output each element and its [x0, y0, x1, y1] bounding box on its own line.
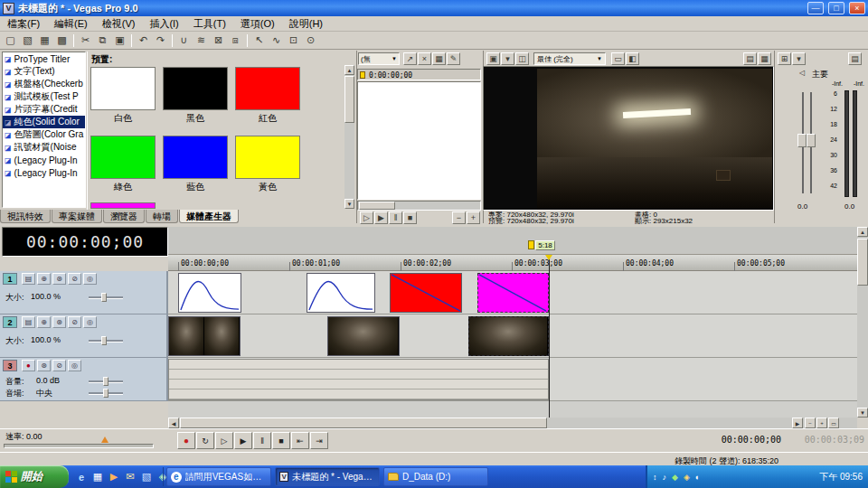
update-icon[interactable]: ◈ — [684, 473, 690, 482]
track-mute-icon[interactable]: ⊘ — [68, 316, 81, 328]
timeline-timecode-display[interactable]: 00:00:00;00 — [2, 227, 168, 257]
timeline-vscrollbar[interactable]: ▲ ▼ — [857, 227, 868, 418]
lock-envelopes-icon[interactable]: ⊠ — [210, 33, 227, 48]
preview-properties-icon[interactable]: ▣ — [486, 52, 500, 65]
trimmer-save-icon[interactable]: ▦ — [432, 52, 446, 65]
folder-shortcut-icon[interactable]: ▧ — [139, 469, 154, 484]
scroll-thumb[interactable] — [857, 239, 868, 286]
track-2-header[interactable]: 2 ▤ ⊕ ⊛ ⊘ ◎ 大小: 100.0 % — [0, 314, 168, 358]
track-1-header[interactable]: 1 ▤ ⊕ ⊛ ⊘ ◎ 大小: 100.0 % — [0, 271, 168, 314]
event-magenta-selected[interactable] — [477, 273, 549, 313]
preset-swatch-blue[interactable] — [163, 136, 228, 179]
task-button-vegas[interactable]: V 未標題的 * - Vegas P... — [275, 467, 380, 486]
trimmer-source-dropdown[interactable]: (無▼ — [358, 52, 400, 65]
snap-icon[interactable]: ∪ — [175, 33, 193, 48]
preset-swatch-green[interactable] — [90, 136, 156, 179]
preset-swatch-magenta[interactable] — [90, 202, 156, 209]
mixer-dropdown-icon[interactable]: ▾ — [792, 52, 806, 65]
track-solo-icon[interactable]: ◎ — [83, 273, 97, 285]
open-icon[interactable]: ▧ — [19, 33, 36, 48]
volume-icon[interactable]: ♪ — [663, 473, 667, 482]
scroll-thumb[interactable] — [180, 418, 547, 428]
record-button[interactable]: ● — [177, 432, 195, 449]
menu-edit[interactable]: 編輯(E) — [47, 17, 95, 31]
video-event-1[interactable] — [168, 316, 241, 356]
list-item-selected[interactable]: ◪純色(Solid Color — [3, 116, 85, 128]
track-automation-icon[interactable]: ⊛ — [52, 273, 66, 285]
clock[interactable]: 下午 09:56 — [819, 471, 863, 483]
ie-icon[interactable]: e — [74, 469, 89, 484]
track-mute-icon[interactable]: ⊘ — [52, 360, 66, 371]
marker-label[interactable]: 5:18 — [535, 240, 555, 250]
scroll-thumb[interactable] — [344, 76, 354, 123]
track-compositing-icon[interactable]: ⊕ — [37, 316, 51, 328]
track-compositing-icon[interactable]: ⊕ — [37, 273, 51, 285]
title-bar[interactable]: V 未標題的 * - Vegas Pro 9.0 — □ × — [0, 0, 868, 16]
scroll-right-icon[interactable]: ▶ — [792, 418, 803, 428]
restore-button[interactable]: □ — [828, 2, 844, 14]
timeline-empty-area[interactable] — [168, 401, 857, 418]
track-level-icon[interactable]: ▤ — [22, 273, 35, 285]
play-from-start-button[interactable]: ▷ — [215, 432, 233, 449]
list-item[interactable]: ◪測試模板(Test P — [3, 90, 85, 103]
track-level-icon[interactable]: ▤ — [22, 316, 35, 328]
mixer-properties-icon[interactable]: ▤ — [848, 52, 862, 65]
trimmer-play-icon[interactable]: ▶ — [374, 211, 388, 224]
trimmer-stop-icon[interactable]: ■ — [403, 211, 417, 224]
master-fader-left[interactable] — [797, 134, 807, 147]
trimmer-remove-icon[interactable]: × — [418, 52, 431, 65]
go-to-start-button[interactable]: ⇤ — [291, 432, 309, 449]
timeline-hscrollbar[interactable]: ◀ ▶ − + ▭ — [168, 418, 857, 428]
zoom-in-icon[interactable]: + — [816, 418, 827, 428]
save-icon[interactable]: ▦ — [36, 33, 53, 48]
track-solo-icon[interactable]: ◎ — [83, 316, 97, 328]
normal-edit-tool-icon[interactable]: ↖ — [250, 33, 268, 48]
scroll-down-icon[interactable]: ▼ — [857, 408, 868, 418]
audio-event-region[interactable] — [168, 359, 549, 400]
cursor-time-display[interactable]: 00:00:00;00 — [687, 435, 781, 445]
cut-icon[interactable]: ✂ — [77, 33, 94, 48]
task-button-browser[interactable]: e 請問用VEGAS如何... — [166, 467, 271, 486]
split-screen-icon[interactable]: ◫ — [515, 52, 529, 65]
zoom-tool-icon[interactable]: ▭ — [828, 418, 839, 428]
event-white-1[interactable] — [178, 273, 241, 313]
slider-thumb[interactable] — [103, 389, 108, 398]
trimmer-zoom-in-icon[interactable]: + — [467, 211, 480, 224]
rate-slider[interactable] — [4, 444, 154, 448]
trimmer-open-icon[interactable]: ↗ — [403, 52, 417, 65]
safe-area-icon[interactable]: ◧ — [626, 52, 639, 65]
trimmer-zoom-out-icon[interactable]: − — [452, 211, 466, 224]
slider-thumb[interactable] — [101, 336, 107, 345]
redo-icon[interactable]: ↷ — [152, 33, 169, 48]
stop-button[interactable]: ■ — [272, 432, 290, 449]
trimmer-marker-flag[interactable] — [360, 71, 365, 79]
preview-quality-dropdown[interactable]: 最佳 (完全)▼ — [533, 52, 606, 65]
selection-tool-icon[interactable]: ⊡ — [285, 33, 302, 48]
task-button-explorer[interactable]: D_Data (D:) — [383, 467, 488, 486]
overlay-grid-icon[interactable]: ▭ — [611, 52, 625, 65]
scroll-left-icon[interactable]: ◀ — [168, 418, 179, 428]
track-mute-icon[interactable]: ⊘ — [68, 273, 81, 285]
list-item[interactable]: ◪訊號材質(Noise — [3, 141, 85, 154]
minimize-button[interactable]: — — [807, 2, 824, 14]
undo-icon[interactable]: ↶ — [135, 33, 152, 48]
preset-swatch-black[interactable] — [163, 67, 228, 110]
insert-bus-icon[interactable]: ⊞ — [778, 52, 791, 65]
menu-options[interactable]: 選項(O) — [233, 17, 282, 31]
copy-frame-icon[interactable]: ▤ — [743, 52, 757, 65]
event-red[interactable] — [390, 273, 462, 313]
scroll-up-icon[interactable]: ▲ — [344, 65, 354, 75]
video-event-3-selected[interactable] — [468, 316, 549, 356]
scroll-down-icon[interactable]: ▼ — [344, 199, 354, 209]
tab-transitions[interactable]: 轉場 — [146, 210, 178, 223]
master-fader-right[interactable] — [807, 134, 816, 147]
track-number-badge[interactable]: 3 — [3, 360, 17, 371]
rate-marker[interactable] — [101, 436, 108, 443]
track-3-header[interactable]: 3 ● ⊛ ⊘ ◎ 音量: 0.0 dB 音場: 中央 — [0, 358, 168, 401]
copy-icon[interactable]: ⧉ — [94, 33, 111, 48]
scroll-thumb[interactable] — [359, 202, 395, 210]
list-item[interactable]: ◪文字(Text) — [3, 65, 85, 78]
ignore-grouping-icon[interactable]: ⧈ — [227, 33, 244, 48]
list-item[interactable]: ◪(Legacy Plug-In — [3, 154, 85, 166]
preset-swatch-white[interactable] — [90, 67, 156, 110]
